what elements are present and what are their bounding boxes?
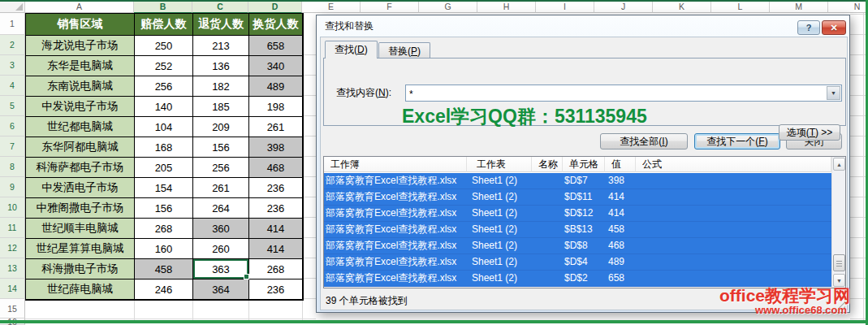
result-row[interactable]: 部落窝教育Excel查找教程.xlsxSheet1 (2)$D$7398 xyxy=(324,173,831,189)
cell-C8[interactable]: 256 xyxy=(193,158,249,178)
row-header-13[interactable]: 13 xyxy=(0,258,25,279)
combobox-dropdown-icon[interactable]: ▼ xyxy=(827,86,840,100)
cell-B4[interactable]: 256 xyxy=(135,76,193,97)
cell-A14[interactable]: 世纪薛电脑城 xyxy=(26,280,135,300)
cell-A5[interactable]: 中发说电子市场 xyxy=(26,97,135,117)
row-header-14[interactable]: 14 xyxy=(0,279,25,299)
cell-C11[interactable]: 360 xyxy=(193,219,249,239)
row-header-7[interactable]: 7 xyxy=(0,136,25,157)
find-all-button[interactable]: 查找全部(I) xyxy=(600,133,688,150)
row-header-1[interactable]: 1 xyxy=(0,13,25,35)
scroll-up-icon[interactable]: ▲ xyxy=(833,158,845,171)
table-header-A1[interactable]: 销售区域 xyxy=(26,14,135,36)
column-header-E[interactable]: E xyxy=(302,2,361,13)
cell-B2[interactable]: 250 xyxy=(135,36,193,56)
cell-A6[interactable]: 世纪都电脑城 xyxy=(26,117,135,137)
cell-C7[interactable]: 156 xyxy=(193,137,249,158)
row-header-4[interactable]: 4 xyxy=(0,76,25,96)
dialog-titlebar[interactable]: 查找和替换 ? ✕ xyxy=(317,15,849,37)
column-header-D[interactable]: D xyxy=(248,2,302,13)
tab-replace[interactable]: 替换(P) xyxy=(378,42,430,58)
cell-A12[interactable]: 世纪星算算电脑城 xyxy=(26,239,135,259)
cell-A7[interactable]: 东华阿都电脑城 xyxy=(26,137,135,158)
row-header-5[interactable]: 5 xyxy=(0,96,25,116)
column-header-A[interactable]: A xyxy=(25,2,134,13)
results-column-header-6[interactable]: 公式 xyxy=(636,157,831,172)
options-button[interactable]: 选项(T) >> xyxy=(779,124,840,141)
cell-A9[interactable]: 中发洒电子市场 xyxy=(26,178,135,198)
cell-A11[interactable]: 世纪顺丰电脑城 xyxy=(26,219,135,239)
cell-C12[interactable]: 260 xyxy=(193,239,249,259)
cell-C9[interactable]: 261 xyxy=(193,178,249,198)
cell-A8[interactable]: 科海萨都电子市场 xyxy=(26,158,135,178)
results-column-header-1[interactable]: 工作簿 xyxy=(324,157,467,172)
cell-B10[interactable]: 156 xyxy=(135,198,193,219)
cell-D5[interactable]: 198 xyxy=(249,97,303,117)
cell-C3[interactable]: 136 xyxy=(193,56,249,76)
results-scrollbar[interactable]: ▲ ▼ xyxy=(831,157,845,288)
cell-D6[interactable]: 261 xyxy=(249,117,303,137)
column-header-K[interactable]: K xyxy=(653,2,711,13)
column-header-M[interactable]: M xyxy=(770,2,828,13)
row-header-2[interactable]: 2 xyxy=(0,35,25,55)
results-column-header-2[interactable]: 工作表 xyxy=(467,157,532,172)
cell-B7[interactable]: 168 xyxy=(135,137,193,158)
help-icon[interactable]: ? xyxy=(797,20,820,35)
tab-find[interactable]: 查找(D) xyxy=(325,41,378,58)
cell-B8[interactable]: 205 xyxy=(135,158,193,178)
row-header-15[interactable]: 15 xyxy=(0,299,25,318)
row-header-12[interactable]: 12 xyxy=(0,238,25,258)
cell-D12[interactable]: 414 xyxy=(249,239,303,259)
results-column-header-5[interactable]: 值 xyxy=(605,157,636,172)
column-header-C[interactable]: C xyxy=(192,2,248,13)
scrollbar-thumb[interactable] xyxy=(833,254,845,271)
column-header-L[interactable]: L xyxy=(711,2,770,13)
cell-C4[interactable]: 182 xyxy=(193,76,249,97)
cell-C10[interactable]: 264 xyxy=(193,198,249,219)
results-column-header-4[interactable]: 单元格 xyxy=(563,157,605,172)
select-all-corner[interactable] xyxy=(0,2,25,13)
cell-B9[interactable]: 154 xyxy=(135,178,193,198)
cell-A3[interactable]: 东华是电脑城 xyxy=(26,56,135,76)
cell-B5[interactable]: 140 xyxy=(135,97,193,117)
result-row[interactable]: 部落窝教育Excel查找教程.xlsxSheet1 (2)$D$8468 xyxy=(324,238,831,254)
cell-C6[interactable]: 209 xyxy=(193,117,249,137)
results-column-header-3[interactable]: 名称 xyxy=(532,157,563,172)
find-next-button[interactable]: 查找下一个(F) xyxy=(694,133,780,150)
cell-D9[interactable]: 236 xyxy=(249,178,303,198)
result-row[interactable]: 部落窝教育Excel查找教程.xlsxSheet1 (2)$D$11414 xyxy=(324,189,831,206)
cell-D2[interactable]: 658 xyxy=(249,36,303,56)
result-row[interactable]: 部落窝教育Excel查找教程.xlsxSheet1 (2)$D$12414 xyxy=(324,206,831,222)
result-row[interactable]: 部落窝教育Excel查找教程.xlsxSheet1 (2)$B$13458 xyxy=(324,222,831,238)
cell-D13[interactable]: 268 xyxy=(249,259,303,280)
column-header-N[interactable]: N xyxy=(828,2,868,13)
close-icon[interactable]: ✕ xyxy=(822,20,846,35)
result-row[interactable]: 部落窝教育Excel查找教程.xlsxSheet1 (2)$D$4489 xyxy=(324,254,831,271)
cell-B3[interactable]: 252 xyxy=(135,56,193,76)
row-header-11[interactable]: 11 xyxy=(0,218,25,238)
cell-D7[interactable]: 398 xyxy=(249,137,303,158)
cell-A2[interactable]: 海龙说电子市场 xyxy=(26,36,135,56)
column-header-G[interactable]: G xyxy=(419,2,477,13)
row-header-3[interactable]: 3 xyxy=(0,55,25,76)
cell-B13[interactable]: 458 xyxy=(135,259,193,280)
cell-D14[interactable]: 236 xyxy=(249,280,303,300)
cell-B11[interactable]: 268 xyxy=(135,219,193,239)
row-header-8[interactable]: 8 xyxy=(0,157,25,177)
table-header-C1[interactable]: 退货人数 xyxy=(193,14,249,36)
cell-A4[interactable]: 东南说电脑城 xyxy=(26,76,135,97)
cell-A10[interactable]: 中雅阁撒电子市场 xyxy=(26,198,135,219)
cell-B12[interactable]: 160 xyxy=(135,239,193,259)
table-header-D1[interactable]: 换货人数 xyxy=(249,14,303,36)
find-what-input[interactable] xyxy=(406,85,827,101)
cell-C2[interactable]: 213 xyxy=(193,36,249,56)
cell-A13[interactable]: 科海撒电子市场 xyxy=(26,259,135,280)
cell-B6[interactable]: 104 xyxy=(135,117,193,137)
column-header-B[interactable]: B xyxy=(134,2,192,13)
column-header-J[interactable]: J xyxy=(594,2,653,13)
cell-D11[interactable]: 414 xyxy=(249,219,303,239)
table-header-B1[interactable]: 赔偿人数 xyxy=(135,14,193,36)
cell-C5[interactable]: 185 xyxy=(193,97,249,117)
cell-D4[interactable]: 489 xyxy=(249,76,303,97)
cell-D10[interactable]: 236 xyxy=(249,198,303,219)
